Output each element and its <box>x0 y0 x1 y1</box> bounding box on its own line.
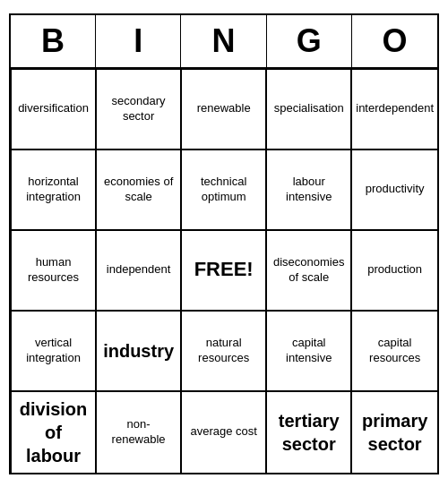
bingo-cell-10[interactable]: human resources <box>11 230 96 311</box>
header-letter-n: N <box>181 15 266 67</box>
bingo-header: BINGO <box>11 15 437 69</box>
bingo-cell-22[interactable]: average cost <box>181 391 266 473</box>
header-letter-i: I <box>96 15 181 67</box>
header-letter-g: G <box>267 15 352 67</box>
bingo-cell-7[interactable]: technical optimum <box>181 150 266 230</box>
bingo-cell-8[interactable]: labour intensive <box>266 150 351 230</box>
header-letter-o: O <box>352 15 437 67</box>
bingo-cell-4[interactable]: interdependent <box>351 69 437 150</box>
bingo-cell-24[interactable]: primary sector <box>351 391 437 473</box>
bingo-cell-3[interactable]: specialisation <box>266 69 351 150</box>
bingo-cell-19[interactable]: capital resources <box>351 311 437 391</box>
bingo-cell-13[interactable]: diseconomies of scale <box>266 230 351 311</box>
bingo-cell-20[interactable]: division of labour <box>11 391 96 473</box>
bingo-cell-21[interactable]: non-renewable <box>96 391 181 473</box>
bingo-cell-16[interactable]: industry <box>96 311 181 391</box>
bingo-grid: diversificationsecondary sectorrenewable… <box>11 69 437 473</box>
bingo-card: BINGO diversificationsecondary sectorren… <box>9 13 439 474</box>
bingo-cell-14[interactable]: production <box>351 230 437 311</box>
bingo-cell-6[interactable]: economies of scale <box>96 150 181 230</box>
bingo-cell-1[interactable]: secondary sector <box>96 69 181 150</box>
bingo-cell-12[interactable]: FREE! <box>181 230 266 311</box>
bingo-cell-5[interactable]: horizontal integration <box>11 150 96 230</box>
bingo-cell-17[interactable]: natural resources <box>181 311 266 391</box>
bingo-cell-2[interactable]: renewable <box>181 69 266 150</box>
bingo-cell-9[interactable]: productivity <box>351 150 437 230</box>
bingo-cell-15[interactable]: vertical integration <box>11 311 96 391</box>
header-letter-b: B <box>11 15 96 67</box>
bingo-cell-18[interactable]: capital intensive <box>266 311 351 391</box>
bingo-cell-23[interactable]: tertiary sector <box>266 391 351 473</box>
bingo-cell-0[interactable]: diversification <box>11 69 96 150</box>
bingo-cell-11[interactable]: independent <box>96 230 181 311</box>
